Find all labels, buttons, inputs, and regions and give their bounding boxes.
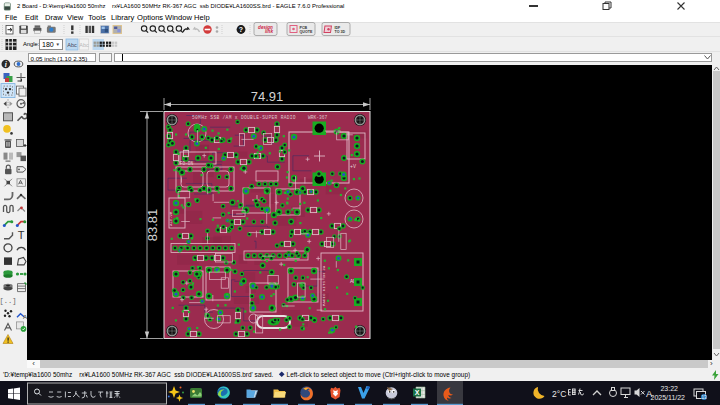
svg-text:T: T	[18, 229, 25, 241]
svg-text:2025/11/22: 2025/11/22	[650, 394, 685, 401]
svg-text:[..]: [..]	[0, 297, 16, 305]
svg-text:Abc: Abc	[79, 42, 89, 48]
svg-text:83.81: 83.81	[145, 209, 160, 242]
svg-text:TO 3D: TO 3D	[335, 30, 346, 34]
svg-text:ALC-VR: ALC-VR	[169, 211, 173, 226]
svg-text:BFO-ON: BFO-ON	[177, 161, 194, 166]
svg-text:74.91: 74.91	[251, 89, 284, 104]
svg-text:WRK-367: WRK-367	[308, 115, 328, 120]
svg-text:2°C: 2°C	[552, 389, 566, 399]
svg-text:Abc: Abc	[67, 42, 77, 48]
svg-text:23:22: 23:22	[660, 385, 678, 392]
svg-text:50MHz SSB /AM x DOUBLE-SUPER R: 50MHz SSB /AM x DOUBLE-SUPER RADIO	[192, 115, 296, 120]
svg-text:link: link	[265, 29, 273, 34]
svg-text:X: X	[415, 389, 420, 396]
svg-text:RADIO KITS IN JA: RADIO KITS IN JA	[322, 265, 326, 306]
svg-text:QUOTE: QUOTE	[300, 30, 313, 34]
svg-text:13: 13	[701, 395, 707, 400]
svg-text:?: ?	[239, 26, 243, 33]
svg-text:+V: +V	[350, 164, 356, 170]
